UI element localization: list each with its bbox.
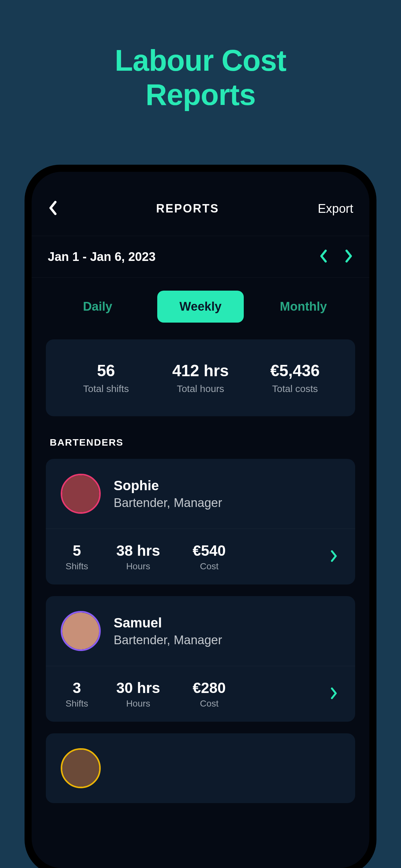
avatar-image xyxy=(62,750,99,786)
stat-hours: 30 hrs Hours xyxy=(112,679,164,709)
stat-group: 5 Shifts 38 hrs Hours €540 Cost xyxy=(61,542,330,571)
promo-title-line2: Reports xyxy=(146,78,256,111)
employee-name: Sophie xyxy=(114,478,222,493)
section-header-bartenders: BARTENDERS xyxy=(32,430,369,459)
employee-header: Samuel Bartender, Manager xyxy=(46,596,355,666)
promo-title: Labour Cost Reports xyxy=(0,0,401,112)
employee-header xyxy=(46,733,355,803)
employee-card[interactable]: Samuel Bartender, Manager 3 Shifts 30 hr… xyxy=(46,596,355,722)
stat-shifts: 5 Shifts xyxy=(61,542,93,571)
tab-monthly[interactable]: Monthly xyxy=(260,290,347,322)
summary-shifts: 56 Total shifts xyxy=(59,361,153,394)
summary-costs-value: €5,436 xyxy=(270,361,320,380)
chevron-left-icon xyxy=(319,250,328,262)
summary-hours-label: Total hours xyxy=(177,383,224,394)
summary-hours: 412 hrs Total hours xyxy=(153,361,248,394)
stat-hours-label: Hours xyxy=(126,699,150,709)
phone-frame: REPORTS Export Jan 1 - Jan 6, 2023 xyxy=(25,165,376,868)
summary-card: 56 Total shifts 412 hrs Total hours €5,4… xyxy=(46,339,355,416)
employee-card[interactable] xyxy=(46,733,355,803)
summary-costs-label: Total costs xyxy=(272,383,318,394)
employee-info: Sophie Bartender, Manager xyxy=(114,478,222,510)
tab-weekly[interactable]: Weekly xyxy=(157,290,244,322)
employee-info: Samuel Bartender, Manager xyxy=(114,615,222,647)
employee-header: Sophie Bartender, Manager xyxy=(46,459,355,529)
avatar-image xyxy=(62,475,99,512)
chevron-left-icon xyxy=(48,201,58,215)
date-prev-button[interactable] xyxy=(319,250,328,264)
promo-title-line1: Labour Cost xyxy=(115,44,286,77)
tab-daily[interactable]: Daily xyxy=(54,290,141,322)
date-range-label: Jan 1 - Jan 6, 2023 xyxy=(48,250,156,264)
chevron-right-icon xyxy=(344,250,353,262)
export-button[interactable]: Export xyxy=(308,202,353,216)
stat-hours: 38 hrs Hours xyxy=(112,542,164,571)
stat-shifts-value: 3 xyxy=(73,679,81,696)
summary-shifts-value: 56 xyxy=(97,361,115,380)
chevron-right-icon xyxy=(330,550,338,562)
date-nav xyxy=(319,250,353,264)
stat-shifts-label: Shifts xyxy=(66,699,88,709)
employee-stats: 5 Shifts 38 hrs Hours €540 Cost xyxy=(46,529,355,585)
avatar xyxy=(61,611,101,651)
stat-cost: €280 Cost xyxy=(183,679,235,709)
app-header: REPORTS Export xyxy=(32,172,369,236)
stat-group: 3 Shifts 30 hrs Hours €280 Cost xyxy=(61,679,330,709)
employee-role: Bartender, Manager xyxy=(114,496,222,510)
employee-role: Bartender, Manager xyxy=(114,633,222,647)
stat-cost-value: €540 xyxy=(193,542,226,559)
stat-hours-label: Hours xyxy=(126,561,150,571)
stat-hours-value: 30 hrs xyxy=(116,679,160,696)
stat-cost-label: Cost xyxy=(200,699,219,709)
employee-detail-button[interactable] xyxy=(330,550,340,563)
phone-screen: REPORTS Export Jan 1 - Jan 6, 2023 xyxy=(32,172,369,868)
stat-shifts-label: Shifts xyxy=(66,561,88,571)
period-tabs: Daily Weekly Monthly xyxy=(32,278,369,336)
stat-cost-label: Cost xyxy=(200,561,219,571)
date-next-button[interactable] xyxy=(344,250,353,264)
stat-shifts: 3 Shifts xyxy=(61,679,93,709)
employee-detail-button[interactable] xyxy=(330,687,340,701)
stat-cost: €540 Cost xyxy=(183,542,235,571)
avatar-image xyxy=(62,613,99,649)
stat-shifts-value: 5 xyxy=(73,542,81,559)
employee-card[interactable]: Sophie Bartender, Manager 5 Shifts 38 hr… xyxy=(46,459,355,585)
summary-costs: €5,436 Total costs xyxy=(248,361,342,394)
summary-shifts-label: Total shifts xyxy=(83,383,129,394)
header-title: REPORTS xyxy=(67,202,308,215)
avatar xyxy=(61,474,101,514)
employee-stats: 3 Shifts 30 hrs Hours €280 Cost xyxy=(46,666,355,722)
employee-name: Samuel xyxy=(114,615,222,631)
back-button[interactable] xyxy=(48,201,67,216)
date-range-row: Jan 1 - Jan 6, 2023 xyxy=(32,236,369,278)
chevron-right-icon xyxy=(330,687,338,699)
stat-cost-value: €280 xyxy=(193,679,226,696)
summary-hours-value: 412 hrs xyxy=(172,361,228,380)
avatar xyxy=(61,748,101,788)
stat-hours-value: 38 hrs xyxy=(116,542,160,559)
